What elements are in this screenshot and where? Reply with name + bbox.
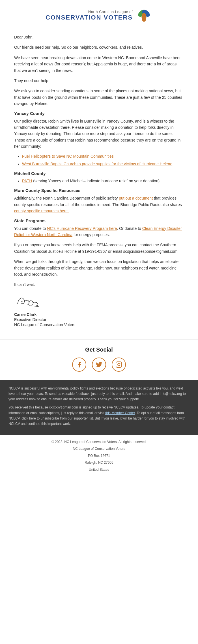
para-2: We have seen heartbreaking devastation c… [14,55,184,74]
state-heading: State Programs [14,218,184,223]
list-item: West Burnsville Baptist Church to provid… [22,161,184,167]
logo-container: North Carolina League of CONSERVATION VO… [6,7,192,24]
signer-title: Executive Director [14,317,184,322]
para-4: We ask you to consider sending donations… [14,88,184,107]
fema-para: If you or anyone you know needs help wit… [14,242,184,254]
more-link-1[interactable]: put out a document [119,196,153,200]
footer-dark: NCLCV is successful with environmental p… [0,380,198,435]
mitchell-heading: Mitchell County [14,171,184,176]
svg-point-2 [142,13,147,22]
yancey-links-list: Fuel Helicopters to Save NC Mountain Com… [22,153,184,167]
para-1: Our friends need our help. So do our nei… [14,44,184,50]
more-link-2[interactable]: county specific resources here. [14,209,69,213]
social-title: Get Social [6,346,192,353]
main-content: Dear John, Our friends need our help. So… [0,28,198,334]
yancey-heading: Yancey County [14,111,184,116]
mitchell-link-suffix: (serving Yancey and Mitchell– indicate h… [32,179,160,183]
list-item: Fuel Helicopters to Save NC Mountain Com… [22,153,184,159]
footer-dark-member-link[interactable]: this Member Center [105,411,135,415]
logo-text-bottom: CONSERVATION VOTERS [46,14,133,21]
instagram-icon[interactable] [112,358,126,372]
svg-rect-3 [116,362,122,367]
signature-cursive [15,295,184,311]
logo-text: North Carolina League of CONSERVATION VO… [46,10,133,21]
mitchell-links-list: PATH (serving Yancey and Mitchell– indic… [22,178,184,184]
footer-country: United States [6,467,192,472]
signer-name: Carrie Clark [14,312,184,317]
closing-para: When we get folks through this tragedy, … [14,258,184,277]
twitter-icon[interactable] [92,358,106,372]
signature-section: Carrie Clark Executive Director NC Leagu… [14,295,184,327]
state-body: You can donate to NC's Hurricane Recover… [14,225,184,238]
mitchell-link-1[interactable]: PATH [22,179,32,183]
social-section: Get Social [0,339,198,380]
state-link-1[interactable]: NC's Hurricane Recovery Program here [47,226,117,231]
footer-dark-para2: You received this because xxxxxx@gmail.c… [8,405,190,427]
footer-org: NC League of Conservation Voters [6,446,192,452]
yancey-link-1[interactable]: Fuel Helicopters to Save NC Mountain Com… [22,154,114,159]
header: North Carolina League of CONSERVATION VO… [0,0,198,28]
final-para: It can't wait. [14,281,184,288]
footer-address2: Raleigh, NC 27605 [6,460,192,465]
para-3: They need our help. [14,78,184,84]
state-body-after: . Or donate to [117,226,142,231]
footer-address1: PO Box 12671 [6,453,192,459]
more-body: Additionally, the North Carolina Departm… [14,195,184,214]
facebook-icon[interactable] [72,358,86,372]
logo-leaf-icon [135,7,152,24]
footer-dark-para1: NCLCV is successful with environmental p… [8,386,190,402]
greeting: Dear John, [14,34,184,40]
list-item: PATH (serving Yancey and Mitchell– indic… [22,178,184,184]
state-body-before: You can donate to [14,226,47,231]
footer-copyright: © 2023. NC League of Conservation Voters… [6,439,192,445]
footer-light: © 2023. NC League of Conservation Voters… [0,435,198,478]
signer-org: NC League of Conservation Voters [14,322,184,327]
signature-svg [15,295,44,309]
logo-text-top: North Carolina League of [46,10,133,14]
yancey-link-2[interactable]: West Burnsville Baptist Church to provid… [22,162,172,166]
more-heading: More County Specific Resources [14,188,184,193]
more-body-before: Additionally, the North Carolina Departm… [14,196,119,200]
state-body-end: for energy purposes. [72,232,110,237]
yancey-body: Our policy director, Robin Smith lives i… [14,118,184,150]
social-icons [6,358,192,372]
